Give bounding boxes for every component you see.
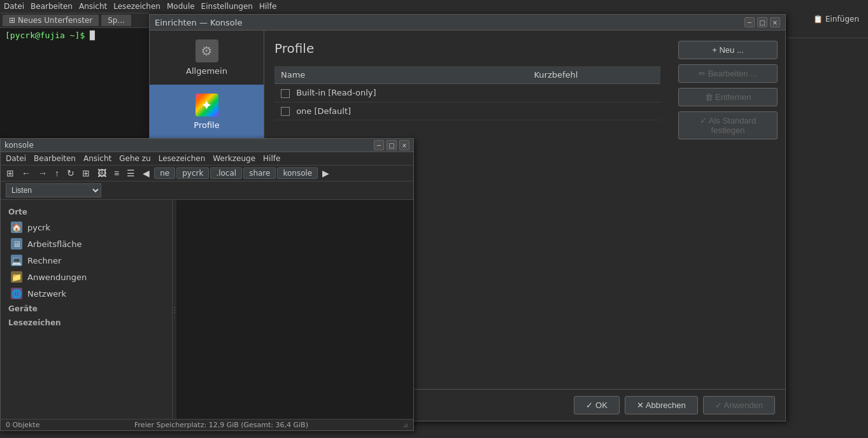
reload-button[interactable]: ↻ <box>64 167 78 180</box>
menu-datei[interactable]: Datei <box>4 2 24 11</box>
dialog-titlebar: Einrichten — Konsole − □ × <box>150 15 785 31</box>
menu-einstellungen[interactable]: Einstellungen <box>201 2 253 11</box>
konsole-body: Orte 🏠 pycrk 🖥 Arbeitsfläche 💻 Rechner 📁… <box>1 200 413 419</box>
detail-view-button[interactable]: ☰ <box>124 167 138 180</box>
konsole-close-button[interactable]: × <box>399 140 409 150</box>
breadcrumb-prev[interactable]: ◀ <box>139 167 153 180</box>
set-default-button[interactable]: ✓ Als Standard festlegen <box>678 111 778 139</box>
km-ansicht[interactable]: Ansicht <box>83 154 111 163</box>
km-hilfe[interactable]: Hilfe <box>263 154 280 163</box>
menu-lesezeichen[interactable]: Lesezeichen <box>113 2 160 11</box>
place-desktop-icon: 🖥 <box>11 238 22 250</box>
profile-row-builtin[interactable]: Built-in [Read-only] <box>274 84 660 102</box>
konsole-titlebar: konsole − □ × <box>1 139 413 152</box>
place-apps-label: Anwendungen <box>27 272 87 282</box>
image-view-button[interactable]: 🖼 <box>94 167 110 180</box>
breadcrumb-bar: ne pycrk .local share konsole <box>154 167 318 179</box>
allgemein-icon: ⚙ <box>196 39 218 62</box>
place-apps[interactable]: 📁 Anwendungen <box>1 269 172 285</box>
dialog-minimize-button[interactable]: − <box>744 17 755 27</box>
col-shortcut: Kurzbefehl <box>527 66 660 84</box>
konsole-statusbar: 0 Objekte Freier Speicherplatz: 12,9 GiB… <box>1 419 413 430</box>
allgemein-label: Allgemein <box>186 66 227 76</box>
konsole-main-area[interactable] <box>176 200 413 419</box>
col-name: Name <box>274 66 527 84</box>
menu-module[interactable]: Module <box>167 2 195 11</box>
top-right-area: 📋 Einfügen <box>785 0 868 38</box>
place-network-label: Netzwerk <box>27 289 66 299</box>
resize-grip: ⊿ <box>403 421 408 428</box>
breadcrumb-konsole[interactable]: konsole <box>277 167 318 179</box>
tab-new-window-label: Neues Unterfenster <box>18 16 92 25</box>
edit-profile-button[interactable]: ✏ Bearbeiten ... <box>678 64 778 83</box>
konsole-title: konsole <box>4 141 34 150</box>
sidebar-item-allgemein[interactable]: ⚙ Allgemein <box>150 31 264 85</box>
breadcrumb-share[interactable]: share <box>243 167 276 179</box>
tab-new-window[interactable]: ⊞ Neues Unterfenster <box>3 15 99 26</box>
place-desktop-label: Arbeitsfläche <box>27 239 82 249</box>
filter-bar: Listen Orte <box>1 181 413 200</box>
place-computer[interactable]: 💻 Rechner <box>1 252 172 269</box>
dialog-maximize-button[interactable]: □ <box>757 17 767 27</box>
breadcrumb-local[interactable]: .local <box>210 167 242 179</box>
place-apps-icon: 📁 <box>11 271 22 283</box>
menu-ansicht[interactable]: Ansicht <box>79 2 107 11</box>
profile-label: Profile <box>194 120 219 130</box>
km-bearbeiten[interactable]: Bearbeiten <box>34 154 76 163</box>
devices-section-label: Geräte <box>1 302 172 316</box>
bg-menubar: Datei Bearbeiten Ansicht Lesezeichen Mod… <box>0 0 149 13</box>
terminal-body: [pycrk@fujia ~]$ █ <box>0 28 149 130</box>
section-title: Profile <box>274 41 660 56</box>
breadcrumb-pycrk[interactable]: pycrk <box>176 167 209 179</box>
profile-builtin-shortcut <box>527 84 660 102</box>
place-pycrk-label: pycrk <box>27 223 50 232</box>
grid-view-button[interactable]: ⊞ <box>79 167 93 180</box>
place-desktop[interactable]: 🖥 Arbeitsfläche <box>1 236 172 252</box>
profile-row-one[interactable]: one [Default] <box>274 102 660 120</box>
new-tab-button[interactable]: ⊞ <box>3 167 17 180</box>
konsole-maximize-button[interactable]: □ <box>387 140 397 150</box>
apply-button[interactable]: ✓ Anwenden <box>703 396 775 414</box>
dialog-win-controls: − □ × <box>744 17 780 27</box>
km-gehe-zu[interactable]: Gehe zu <box>119 154 150 163</box>
view-filter-select[interactable]: Listen Orte <box>6 183 101 197</box>
config-actions: + Neu ... ✏ Bearbeiten ... 🗑 Entfernen ✓… <box>671 31 785 389</box>
menu-bearbeiten[interactable]: Bearbeiten <box>31 2 73 11</box>
free-space: Freier Speicherplatz: 12,9 GiB (Gesamt: … <box>134 421 308 429</box>
cancel-button[interactable]: ✕ Abbrechen <box>625 396 698 414</box>
km-werkzeuge[interactable]: Werkzeuge <box>213 154 255 163</box>
new-window-icon: ⊞ <box>9 16 15 25</box>
dialog-close-button[interactable]: × <box>770 17 780 27</box>
tab-sp[interactable]: Sp... <box>101 15 131 26</box>
profile-icon: ✦ <box>196 94 218 117</box>
terminal-prompt-line: [pycrk@fujia ~]$ █ <box>5 31 144 40</box>
background-terminal: Datei Bearbeiten Ansicht Lesezeichen Mod… <box>0 0 149 140</box>
prompt-text: [pycrk@fujia ~]$ <box>5 31 90 40</box>
place-network[interactable]: 🌐 Netzwerk <box>1 285 172 302</box>
place-pycrk[interactable]: 🏠 pycrk <box>1 219 172 236</box>
sidebar-item-profile[interactable]: ✦ Profile <box>150 85 264 139</box>
delete-profile-button[interactable]: 🗑 Entfernen <box>678 88 778 106</box>
ok-button[interactable]: ✓ OK <box>574 396 619 414</box>
back-button[interactable]: ← <box>18 167 34 180</box>
breadcrumb-ne[interactable]: ne <box>154 167 175 179</box>
new-profile-button[interactable]: + Neu ... <box>678 41 778 59</box>
bg-tabs: ⊞ Neues Unterfenster Sp... <box>0 13 149 28</box>
up-button[interactable]: ↑ <box>52 167 62 180</box>
insert-button[interactable]: 📋 Einfügen <box>809 13 863 25</box>
km-lesezeichen[interactable]: Lesezeichen <box>159 154 206 163</box>
menu-hilfe[interactable]: Hilfe <box>259 2 276 11</box>
breadcrumb-next[interactable]: ▶ <box>319 167 332 180</box>
konsole-toolbar: ⊞ ← → ↑ ↻ ⊞ 🖼 ≡ ☰ ◀ ne pycrk .local shar… <box>1 166 413 181</box>
km-datei[interactable]: Datei <box>6 154 26 163</box>
places-section-label: Orte <box>1 205 172 219</box>
items-count: 0 Objekte <box>6 421 39 429</box>
profile-one-checkbox <box>281 107 290 116</box>
konsole-minimize-button[interactable]: − <box>374 140 384 150</box>
place-pycrk-icon: 🏠 <box>11 222 22 233</box>
list-view-button[interactable]: ≡ <box>111 167 122 180</box>
konsole-win-controls: − □ × <box>374 140 409 150</box>
forward-button[interactable]: → <box>35 167 50 180</box>
place-computer-label: Rechner <box>27 256 61 265</box>
profile-builtin-checkbox <box>281 89 290 98</box>
